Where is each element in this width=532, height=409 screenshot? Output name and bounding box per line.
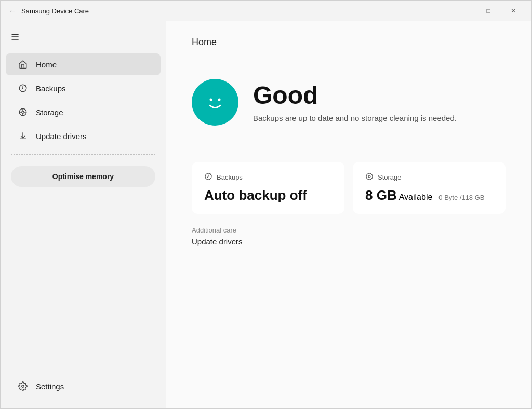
storage-card-gb: 8 GB <box>365 187 397 203</box>
window-controls: — □ ✕ <box>451 3 525 19</box>
storage-card-available: Available <box>399 193 433 202</box>
additional-care-section: Additional care Update drivers <box>192 226 506 246</box>
minimize-button[interactable]: — <box>451 3 475 19</box>
svg-point-2 <box>22 111 24 114</box>
sidebar-item-backups[interactable]: Backups <box>6 77 161 99</box>
storage-card-value-row: 8 GB Available 0 Byte /118 GB <box>365 187 493 203</box>
sidebar-item-settings[interactable]: Settings <box>6 375 161 397</box>
close-button[interactable]: ✕ <box>501 3 525 19</box>
sidebar-item-storage[interactable]: Storage <box>6 101 161 123</box>
status-text: Good Backups are up to date and no stora… <box>253 82 457 122</box>
sidebar: ☰ Home <box>1 21 166 408</box>
backups-card-value: Auto backup off <box>204 187 332 203</box>
backups-card[interactable]: Backups Auto backup off <box>192 162 344 214</box>
hamburger-menu[interactable]: ☰ <box>1 26 30 48</box>
home-icon <box>17 60 29 69</box>
status-description: Backups are up to date and no storage cl… <box>253 114 457 122</box>
storage-card[interactable]: Storage 8 GB Available 0 Byte /118 GB <box>353 162 506 214</box>
backups-card-header: Backups <box>204 172 332 182</box>
sidebar-divider <box>11 154 155 155</box>
svg-point-8 <box>201 88 229 116</box>
svg-point-12 <box>366 173 373 180</box>
sidebar-label-settings: Settings <box>36 382 64 391</box>
maximize-button[interactable]: □ <box>476 3 500 19</box>
svg-point-9 <box>210 99 212 101</box>
status-section: Good Backups are up to date and no stora… <box>192 79 506 126</box>
sidebar-item-home[interactable]: Home <box>6 53 161 75</box>
download-icon <box>17 131 29 141</box>
app-title: Samsung Device Care <box>21 7 89 15</box>
status-smiley <box>192 79 238 126</box>
svg-point-10 <box>218 99 221 101</box>
app-window: ← Samsung Device Care — □ ✕ ☰ Home <box>0 0 532 409</box>
backups-nav-icon <box>17 84 29 93</box>
titlebar: ← Samsung Device Care — □ ✕ <box>1 1 531 21</box>
backups-card-label: Backups <box>217 173 243 181</box>
titlebar-left: ← Samsung Device Care <box>9 7 89 15</box>
sidebar-item-update-drivers[interactable]: Update drivers <box>6 125 161 147</box>
settings-icon <box>17 381 29 391</box>
back-button[interactable]: ← <box>9 7 16 15</box>
sidebar-label-backups: Backups <box>36 84 66 93</box>
update-drivers-link[interactable]: Update drivers <box>192 237 506 246</box>
status-heading: Good <box>253 82 457 110</box>
sidebar-label-home: Home <box>36 60 57 69</box>
main-content: Home Good Backups are up to date and no … <box>166 21 531 408</box>
app-body: ☰ Home <box>1 21 531 408</box>
sidebar-label-update-drivers: Update drivers <box>36 132 87 141</box>
storage-card-icon <box>365 172 374 182</box>
optimise-memory-button[interactable]: Optimise memory <box>11 166 155 187</box>
svg-point-7 <box>22 385 24 388</box>
storage-card-header: Storage <box>365 172 493 182</box>
additional-care-label: Additional care <box>192 226 506 234</box>
page-title: Home <box>192 37 506 48</box>
storage-card-sub: 0 Byte /118 GB <box>438 194 484 201</box>
storage-card-label: Storage <box>378 173 402 181</box>
svg-point-13 <box>368 175 370 178</box>
cards-row: Backups Auto backup off Storage <box>192 162 506 214</box>
backups-card-icon <box>204 172 212 182</box>
storage-nav-icon <box>17 107 29 117</box>
sidebar-label-storage: Storage <box>36 108 63 117</box>
